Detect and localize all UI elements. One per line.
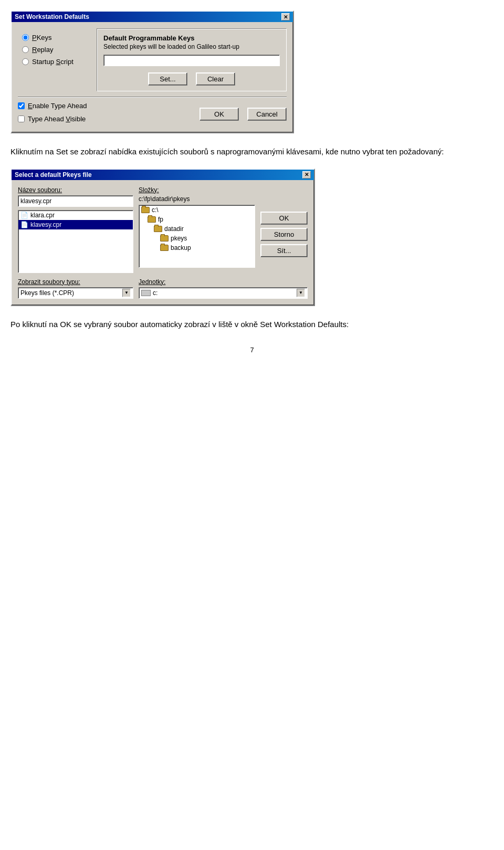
filetype-select[interactable]: Pkeys files (*.CPR) ▼ (18, 287, 133, 299)
replay-label: Replay (32, 46, 53, 54)
clear-button[interactable]: Clear (196, 72, 235, 86)
page-number: 7 (10, 346, 494, 354)
replay-radio[interactable] (22, 46, 29, 53)
drive-icon (141, 290, 151, 296)
folder-icon-pkeys (160, 235, 169, 242)
dialog1-titlebar: Set Workstation Defaults ✕ (12, 12, 293, 22)
folder-icon-c (141, 207, 150, 213)
drive-select[interactable]: c: ▼ (139, 287, 308, 299)
folder-column: Složky: c:\fp\datadir\pkeys c:\ fp datad… (139, 186, 255, 273)
filename-input[interactable] (18, 195, 133, 207)
checkbox-group: Enable Type Ahead Type Ahead Visible (18, 102, 87, 126)
select-pkeys-dialog: Select a default Pkeys file ✕ Název soub… (10, 169, 315, 306)
startup-label: Startup Script (32, 58, 74, 66)
file-item-klara[interactable]: 📄 klara.cpr (18, 211, 133, 220)
pkeys-radio-item: PKeys (22, 34, 87, 41)
dialog1-close-button[interactable]: ✕ (281, 13, 290, 20)
file-list[interactable]: 📄 klara.cpr 📄 klavesy.cpr (18, 210, 133, 273)
panel-sub-text: Selected pkeys will be loaded on Galileo… (103, 43, 280, 50)
typeahead-visible-row: Type Ahead Visible (18, 115, 87, 123)
folder-item-fp[interactable]: fp (139, 215, 255, 224)
replay-radio-item: Replay (22, 46, 87, 54)
filetype-section: Zobrazit soubory typu: Pkeys files (*.CP… (18, 278, 133, 299)
typeahead-visible-checkbox[interactable] (18, 116, 25, 122)
dialog2-titlebar: Select a default Pkeys file ✕ (12, 170, 314, 180)
filetype-dropdown-arrow[interactable]: ▼ (122, 289, 131, 297)
filetype-label: Zobrazit soubory typu: (18, 278, 133, 286)
filename-label: Název souboru: (18, 186, 133, 194)
folder-icon-fp (148, 216, 156, 223)
pkeys-panel: Default Programmable Keys Selected pkeys… (97, 28, 287, 91)
drive-dropdown-arrow[interactable]: ▼ (297, 289, 305, 297)
typeahead-visible-label: Type Ahead Visible (28, 115, 86, 123)
dialog2-network-button[interactable]: Sít... (260, 244, 308, 257)
folder-item-c[interactable]: c:\ (139, 205, 255, 215)
instruction-paragraph: Kliknutím na Set se zobrazí nabídka exis… (10, 146, 494, 158)
panel-main-text: Default Programmable Keys (103, 34, 280, 42)
bottom-paragraph: Po kliknutí na OK se vybraný soubor auto… (10, 319, 494, 331)
cancel-button[interactable]: Cancel (247, 108, 287, 121)
pkeys-input[interactable] (103, 55, 280, 66)
file-column: Název souboru: 📄 klara.cpr 📄 klavesy.cpr (18, 186, 133, 273)
set-button[interactable]: Set... (148, 72, 187, 86)
dialog2-button-column: OK Storno Sít... (260, 186, 308, 273)
drive-value: c: (153, 289, 158, 297)
dialog2-close-button[interactable]: ✕ (302, 171, 311, 179)
folder-icon-backup (160, 245, 169, 251)
enable-typeahead-label: Enable Type Ahead (28, 102, 87, 110)
folder-list[interactable]: c:\ fp datadir pkeys (139, 205, 255, 268)
dialog2-ok-button[interactable]: OK (260, 212, 308, 225)
enable-typeahead-row: Enable Type Ahead (18, 102, 87, 110)
pkeys-label: PKeys (32, 34, 52, 41)
filetype-value: Pkeys files (*.CPR) (20, 289, 74, 297)
ok-button[interactable]: OK (200, 108, 239, 121)
folder-icon-datadir (154, 226, 162, 232)
startup-radio-item: Startup Script (22, 58, 87, 66)
enable-typeahead-checkbox[interactable] (18, 102, 25, 109)
radio-group-panel: PKeys Replay Startup Script (18, 28, 91, 91)
file-icon-selected: 📄 (20, 221, 28, 228)
startup-radio[interactable] (22, 58, 29, 65)
file-icon: 📄 (20, 212, 28, 219)
folder-path: c:\fp\datadir\pkeys (139, 195, 255, 203)
dialog2-cancel-button[interactable]: Storno (260, 228, 308, 241)
dialog2-title: Select a default Pkeys file (15, 171, 92, 179)
pkeys-radio[interactable] (22, 34, 29, 41)
folder-label: Složky: (139, 186, 255, 194)
dialog1-title: Set Workstation Defaults (15, 13, 89, 20)
drive-label: Jednotky: (139, 278, 308, 286)
folder-item-pkeys[interactable]: pkeys (139, 234, 255, 243)
folder-item-backup[interactable]: backup (139, 243, 255, 253)
set-workstation-dialog: Set Workstation Defaults ✕ PKeys Replay (10, 11, 294, 133)
drive-section: Jednotky: c: ▼ (139, 278, 308, 299)
file-item-klavesy[interactable]: 📄 klavesy.cpr (18, 220, 133, 229)
separator1 (18, 97, 287, 98)
folder-item-datadir[interactable]: datadir (139, 224, 255, 234)
